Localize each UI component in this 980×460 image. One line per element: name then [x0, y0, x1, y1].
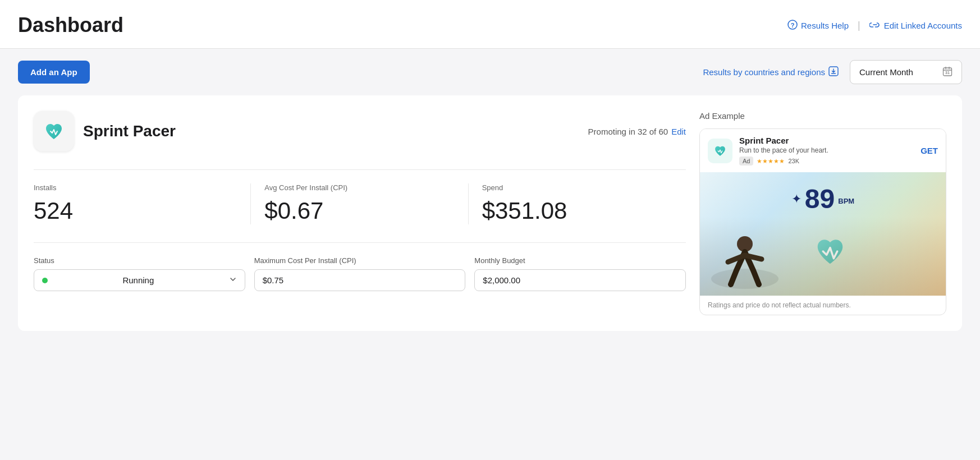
- status-label: Status: [34, 256, 245, 265]
- add-app-button[interactable]: Add an App: [18, 61, 90, 84]
- ad-badge-row: Ad ★★★★★ 23K: [739, 157, 914, 165]
- spend-metric: Spend $351.08: [469, 183, 686, 224]
- svg-text:31: 31: [945, 71, 950, 75]
- ad-badge: Ad: [739, 157, 753, 165]
- toolbar: Add an App Results by countries and regi…: [0, 49, 980, 95]
- app-card: Sprint Pacer Promoting in 32 of 60 Edit …: [18, 95, 962, 331]
- avg-cpi-metric: Avg Cost Per Install (CPI) $0.67: [251, 183, 468, 224]
- get-button[interactable]: GET: [921, 146, 938, 155]
- max-cpi-input[interactable]: [254, 269, 466, 291]
- ad-app-icon: [708, 139, 732, 163]
- ad-top-bar: Sprint Pacer Run to the pace of your hea…: [700, 129, 946, 172]
- avg-cpi-value: $0.67: [264, 197, 454, 224]
- results-by-countries-link[interactable]: Results by countries and regions: [703, 66, 839, 78]
- ad-app-name: Sprint Pacer: [739, 136, 914, 145]
- toolbar-right: Results by countries and regions Current…: [703, 60, 962, 84]
- svg-point-5: [711, 269, 778, 289]
- app-name: Sprint Pacer: [83, 122, 176, 140]
- header-divider: |: [858, 20, 860, 31]
- bpm-number: 89: [805, 183, 835, 214]
- ad-example-label: Ad Example: [699, 111, 946, 121]
- app-header: Sprint Pacer Promoting in 32 of 60 Edit: [34, 111, 686, 151]
- monthly-budget-input[interactable]: [474, 269, 686, 291]
- metrics-bottom: Status Running Maximum Cost Per Install …: [34, 242, 686, 291]
- promoting-edit-link[interactable]: Edit: [671, 127, 686, 136]
- edit-linked-accounts-label: Edit Linked Accounts: [884, 21, 962, 30]
- bpm-display: ✦ 89 BPM: [791, 183, 854, 214]
- status-dot: [42, 278, 48, 283]
- promoting-text: Promoting in 32 of 60: [588, 127, 668, 136]
- max-cpi-field: Maximum Cost Per Install (CPI): [254, 256, 466, 291]
- ad-app-desc: Run to the pace of your heart.: [739, 146, 914, 154]
- date-picker[interactable]: Current Month 31: [850, 60, 962, 84]
- ad-card: Sprint Pacer Run to the pace of your hea…: [699, 128, 946, 315]
- card-right: Ad Example: [699, 111, 946, 315]
- avg-cpi-label: Avg Cost Per Install (CPI): [264, 183, 454, 192]
- question-icon: ?: [787, 20, 798, 31]
- download-icon: [828, 66, 839, 78]
- link-icon: [869, 21, 881, 30]
- card-left: Sprint Pacer Promoting in 32 of 60 Edit …: [34, 111, 686, 315]
- spend-label: Spend: [482, 183, 672, 192]
- installs-label: Installs: [34, 183, 237, 192]
- max-cpi-label: Maximum Cost Per Install (CPI): [254, 256, 466, 265]
- edit-linked-accounts-link[interactable]: Edit Linked Accounts: [869, 21, 962, 30]
- header-links: ? Results Help | Edit Linked Accounts: [787, 20, 962, 31]
- metrics-top: Installs 524 Avg Cost Per Install (CPI) …: [34, 169, 686, 224]
- status-dropdown[interactable]: Running: [34, 269, 245, 291]
- spend-value: $351.08: [482, 197, 672, 224]
- app-icon: [34, 111, 74, 151]
- ad-disclaimer: Ratings and price do not reflect actual …: [700, 296, 946, 315]
- calendar-icon: 31: [942, 66, 952, 78]
- monthly-budget-field: Monthly Budget: [474, 256, 686, 291]
- status-value: Running: [122, 275, 154, 285]
- date-picker-value: Current Month: [859, 67, 913, 77]
- runner-svg: [711, 223, 823, 290]
- status-field: Status Running: [34, 256, 245, 291]
- svg-text:?: ?: [791, 21, 795, 28]
- results-help-label: Results Help: [801, 21, 849, 30]
- installs-value: 524: [34, 197, 237, 224]
- ad-image: ✦ 89 BPM: [700, 172, 946, 296]
- installs-metric: Installs 524: [34, 183, 251, 224]
- pulse-icon: ✦: [791, 192, 802, 206]
- monthly-budget-label: Monthly Budget: [474, 256, 686, 265]
- results-help-link[interactable]: ? Results Help: [787, 20, 849, 31]
- ad-reviews: 23K: [788, 158, 799, 164]
- ad-stars: ★★★★★: [757, 158, 785, 165]
- main-content: Sprint Pacer Promoting in 32 of 60 Edit …: [0, 95, 980, 349]
- page-title: Dashboard: [18, 13, 123, 37]
- promoting-info: Promoting in 32 of 60 Edit: [588, 127, 686, 136]
- chevron-down-icon: [229, 275, 237, 285]
- bpm-label: BPM: [838, 197, 854, 205]
- results-label: Results by countries and regions: [703, 67, 825, 77]
- ad-app-info: Sprint Pacer Run to the pace of your hea…: [739, 136, 914, 165]
